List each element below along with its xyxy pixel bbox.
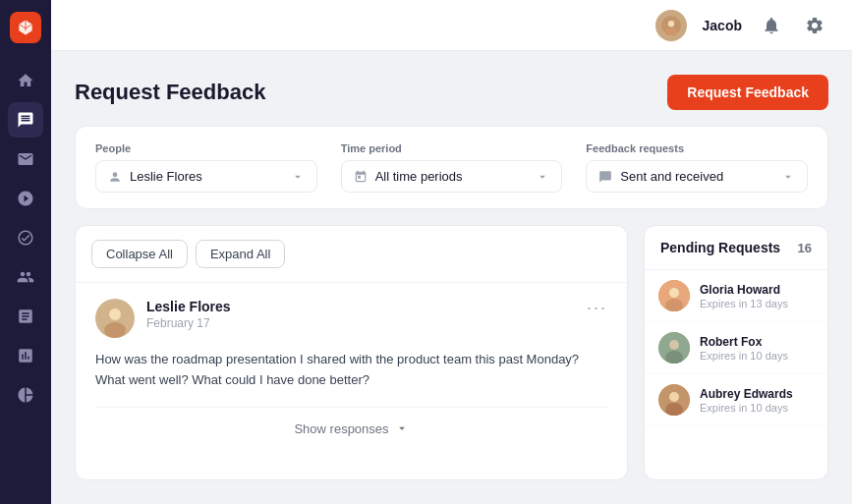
svg-point-1 bbox=[667, 21, 673, 27]
pending-name-0: Gloria Howard bbox=[700, 283, 788, 297]
people-filter-label: People bbox=[95, 142, 317, 154]
collapse-all-button[interactable]: Collapse All bbox=[91, 240, 188, 268]
page-header: Request Feedback Request Feedback bbox=[75, 75, 828, 110]
sidebar-item-goals[interactable] bbox=[8, 220, 43, 255]
chevron-down-icon bbox=[291, 170, 305, 184]
feedback-toolbar: Collapse All Expand All bbox=[76, 226, 627, 283]
pending-person-info-2: Aubrey Edwards Expires in 10 days bbox=[700, 387, 793, 414]
gear-icon[interactable] bbox=[801, 12, 828, 39]
feedback-person-name: Leslie Flores bbox=[146, 299, 575, 314]
expand-all-button[interactable]: Expand All bbox=[196, 240, 285, 268]
feedback-meta: Leslie Flores February 17 bbox=[146, 299, 575, 330]
header-username: Jacob bbox=[703, 18, 742, 33]
pending-name-1: Robert Fox bbox=[700, 335, 788, 349]
feedback-avatar bbox=[95, 299, 135, 338]
pending-count: 16 bbox=[798, 241, 812, 255]
main-area: Jacob Request Feedback Request Feedback … bbox=[51, 0, 852, 504]
pending-header: Pending Requests 16 bbox=[645, 226, 827, 270]
time-filter: Time period All time periods bbox=[341, 142, 563, 193]
people-filter: People Leslie Flores bbox=[95, 142, 317, 193]
filters-card: People Leslie Flores Time period All tim… bbox=[75, 126, 828, 209]
sidebar-item-feedback[interactable] bbox=[8, 102, 43, 138]
people-filter-value: Leslie Flores bbox=[130, 169, 202, 184]
pending-title: Pending Requests bbox=[660, 240, 780, 255]
calendar-icon bbox=[354, 170, 368, 184]
pending-avatar-robert bbox=[658, 332, 690, 364]
feedback-filter: Feedback requests Sent and received bbox=[586, 142, 808, 193]
sidebar-item-updates[interactable] bbox=[8, 181, 43, 216]
pending-avatar-aubrey bbox=[658, 384, 690, 416]
sidebar-item-home[interactable] bbox=[8, 63, 43, 98]
pending-person-info-0: Gloria Howard Expires in 13 days bbox=[700, 283, 788, 309]
feedback-item: Leslie Flores February 17 ··· How was th… bbox=[76, 283, 627, 466]
svg-point-5 bbox=[104, 322, 126, 338]
page-title: Request Feedback bbox=[75, 80, 265, 105]
pending-item-1[interactable]: Robert Fox Expires in 10 days bbox=[645, 322, 827, 374]
sidebar-item-messages[interactable] bbox=[8, 141, 43, 177]
svg-point-4 bbox=[109, 308, 121, 320]
app-header: Jacob bbox=[51, 0, 852, 51]
request-feedback-button[interactable]: Request Feedback bbox=[667, 75, 828, 110]
feedback-item-header: Leslie Flores February 17 ··· bbox=[95, 299, 607, 338]
pending-item-2[interactable]: Aubrey Edwards Expires in 10 days bbox=[645, 374, 827, 426]
feedback-filter-select[interactable]: Sent and received bbox=[586, 160, 808, 193]
sidebar-item-reports[interactable] bbox=[8, 377, 43, 413]
person-icon bbox=[108, 170, 122, 184]
show-responses-label: Show responses bbox=[294, 421, 388, 436]
show-responses-button[interactable]: Show responses bbox=[95, 407, 607, 450]
pending-section: Pending Requests 16 Gloria bbox=[644, 225, 828, 480]
feedback-filter-label: Feedback requests bbox=[586, 142, 808, 154]
feedback-line1: How was the roadmap presentation I share… bbox=[95, 352, 579, 366]
bell-icon[interactable] bbox=[758, 12, 785, 39]
avatar bbox=[655, 10, 687, 41]
feedback-body: How was the roadmap presentation I share… bbox=[95, 350, 607, 391]
pending-expires-1: Expires in 10 days bbox=[700, 350, 788, 362]
feedback-section: Collapse All Expand All Les bbox=[75, 225, 628, 480]
app-logo[interactable] bbox=[10, 12, 41, 43]
pending-expires-0: Expires in 13 days bbox=[700, 298, 788, 309]
feedback-filter-value: Sent and received bbox=[620, 169, 723, 184]
people-filter-select[interactable]: Leslie Flores bbox=[95, 160, 317, 193]
svg-point-7 bbox=[669, 288, 679, 298]
feedback-line2: What went well? What could I have done b… bbox=[95, 372, 369, 387]
pending-avatar-gloria bbox=[658, 280, 690, 311]
pending-item-0[interactable]: Gloria Howard Expires in 13 days bbox=[645, 270, 827, 322]
feedback-more-button[interactable]: ··· bbox=[587, 299, 607, 316]
svg-point-10 bbox=[669, 340, 679, 350]
feedback-date: February 17 bbox=[146, 316, 575, 330]
sidebar-item-reviews[interactable] bbox=[8, 299, 43, 334]
time-filter-value: All time periods bbox=[375, 169, 463, 184]
chevron-down-icon bbox=[536, 170, 549, 184]
chevron-down-icon bbox=[395, 421, 409, 435]
time-filter-label: Time period bbox=[341, 142, 563, 154]
page-content: Request Feedback Request Feedback People… bbox=[51, 51, 852, 504]
sidebar bbox=[0, 0, 51, 504]
body-area: Collapse All Expand All Les bbox=[75, 225, 828, 480]
pending-name-2: Aubrey Edwards bbox=[700, 387, 793, 401]
sidebar-item-analytics[interactable] bbox=[8, 338, 43, 373]
pending-person-info-1: Robert Fox Expires in 10 days bbox=[700, 335, 788, 362]
feedback-icon bbox=[598, 170, 612, 184]
pending-list: Gloria Howard Expires in 13 days bbox=[645, 270, 827, 426]
pending-expires-2: Expires in 10 days bbox=[700, 402, 793, 414]
time-filter-select[interactable]: All time periods bbox=[341, 160, 563, 193]
svg-point-13 bbox=[669, 392, 679, 402]
chevron-down-icon bbox=[781, 170, 795, 184]
sidebar-item-people[interactable] bbox=[8, 259, 43, 295]
